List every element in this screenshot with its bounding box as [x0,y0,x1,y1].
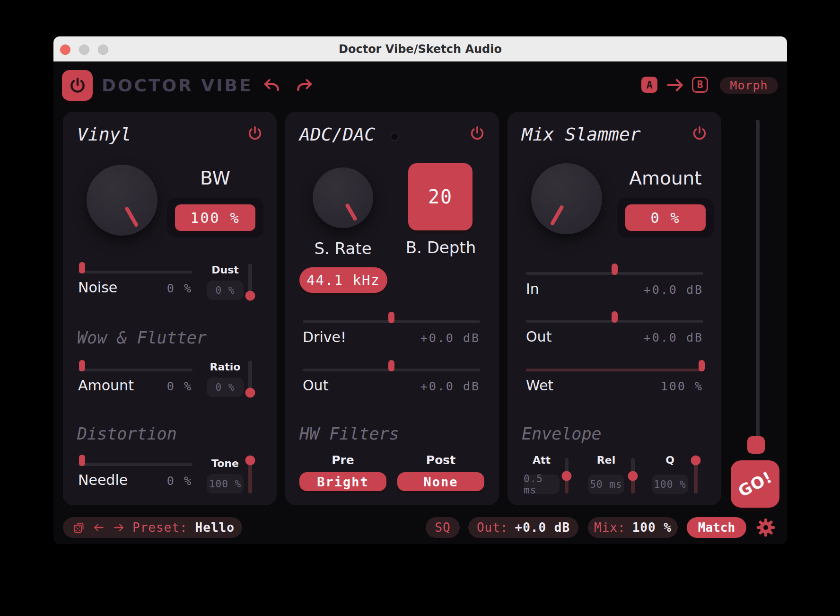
previous-preset-button[interactable] [93,521,105,534]
slider-track[interactable] [78,369,192,371]
sq-button[interactable]: SQ [426,517,460,538]
mix-value: 100 % [632,520,672,535]
macro-vslider-handle[interactable] [747,436,765,454]
mix-slammer-panel: Mix Slammer Amount 0 % In+0.0 dB Out+0.0… [508,112,721,505]
go-button[interactable]: GO! [731,460,779,508]
slider-handle[interactable] [388,312,394,323]
mix-out-slider: Out+0.0 dB [526,320,703,345]
next-preset-button[interactable] [113,521,125,534]
srate-value-button[interactable]: 44.1 kHz [299,267,387,293]
out-label: Out [303,377,328,394]
match-button[interactable]: Match [687,517,746,538]
amount-label: Amount [625,167,706,189]
slider-handle[interactable] [612,264,618,275]
morph-button[interactable]: Morph [720,77,778,94]
preset-a-label: A [646,79,652,91]
in-slider: In+0.0 dB [526,272,703,297]
amount-value-box[interactable]: 0 % [625,204,706,231]
master-power-button[interactable] [62,70,93,101]
vslider-fill [248,460,252,493]
vslider-handle[interactable] [245,388,255,398]
power-icon [691,125,708,142]
drive-value: +0.0 dB [420,331,480,345]
q-vslider[interactable] [694,458,698,493]
slider-track[interactable] [303,320,480,323]
in-value: +0.0 dB [644,283,703,297]
envelope-title: Envelope [522,424,602,443]
bw-value-box[interactable]: 100 % [175,204,255,231]
slider-track[interactable] [526,320,703,323]
bdepth-value: 20 [428,186,453,208]
vinyl-power-button[interactable] [246,125,263,142]
titlebar: Doctor Vibe/Sketch Audio [53,36,787,62]
slider-track[interactable] [78,463,192,466]
att-vslider[interactable] [565,458,569,493]
vslider-handle[interactable] [628,471,638,481]
q-value-box[interactable]: 100 % [652,475,688,494]
att-value-box[interactable]: 0.5 ms [524,475,560,494]
ratio-value-box[interactable]: 0 % [207,378,244,397]
slider-handle[interactable] [79,360,85,371]
ratio-value: 0 % [216,382,235,393]
tone-value-box[interactable]: 100 % [207,474,244,493]
sq-label: SQ [435,520,450,535]
out-value: +0.0 dB [644,331,703,344]
bw-value: 100 % [190,210,240,226]
random-preset-button[interactable] [72,521,85,534]
slider-handle[interactable] [79,455,85,466]
preset-b-button[interactable]: B [692,77,708,93]
drive-slider: Drive!+0.0 dB [303,320,480,345]
vslider-handle[interactable] [245,291,255,301]
post-label: Post [397,453,484,467]
post-filter-button[interactable]: None [397,472,484,491]
att-value: 0.5 ms [524,473,560,496]
amount-label: Amount [78,377,134,394]
slider-handle[interactable] [699,360,705,371]
rel-vslider[interactable] [631,458,635,493]
vinyl-panel: Vinyl BW 100 % Noise0 % Dust 0 % [63,112,277,505]
undo-button[interactable] [262,77,281,97]
settings-button[interactable] [755,517,776,538]
adc-dac-power-button[interactable] [469,125,486,142]
mix-control[interactable]: Mix: 100 % [588,517,678,538]
slider-track[interactable] [303,369,480,371]
mix-slammer-power-button[interactable] [691,125,708,142]
vslider-handle[interactable] [245,455,255,465]
hw-filters-title: HW Filters [299,424,399,443]
wow-amount-slider: Amount0 % [78,369,192,394]
ratio-vslider[interactable] [248,361,252,396]
bdepth-value-box[interactable]: 20 [408,163,472,230]
redo-button[interactable] [295,77,315,97]
slider-handle[interactable] [388,360,394,371]
tone-vslider[interactable] [248,456,252,493]
dust-value-box[interactable]: 0 % [207,281,244,300]
tone-label: Tone [207,458,244,469]
preset-a-button[interactable]: A [641,77,657,93]
slider-handle[interactable] [79,262,85,273]
srate-knob[interactable] [313,167,373,228]
slider-track[interactable] [526,369,703,371]
slider-track[interactable] [526,272,703,275]
slider-track[interactable] [78,271,192,273]
rel-value-box[interactable]: 50 ms [588,475,624,494]
wet-label: Wet [526,377,553,394]
copy-a-to-b-button[interactable] [665,75,685,96]
output-gain-control[interactable]: Out: +0.0 dB [468,517,578,538]
bw-knob[interactable] [87,165,158,236]
slider-handle[interactable] [612,311,618,323]
dice-icon [72,521,85,534]
dust-vslider[interactable] [248,264,252,299]
vslider-handle[interactable] [562,471,572,481]
amount-knob[interactable] [531,163,602,234]
power-icon [68,76,87,95]
preset-bar[interactable]: Preset: Hello [63,517,242,538]
macro-vslider-track[interactable] [756,120,760,442]
vslider-handle[interactable] [691,455,701,465]
go-label: GO! [735,467,775,501]
screen: Doctor Vibe/Sketch Audio DOCTOR VIBE A B [0,0,840,616]
amount-value: 0 % [650,210,680,226]
morph-label: Morph [730,79,768,92]
pre-filter-value: Bright [317,475,369,489]
vslider-fill [694,460,698,494]
pre-filter-button[interactable]: Bright [299,472,386,491]
